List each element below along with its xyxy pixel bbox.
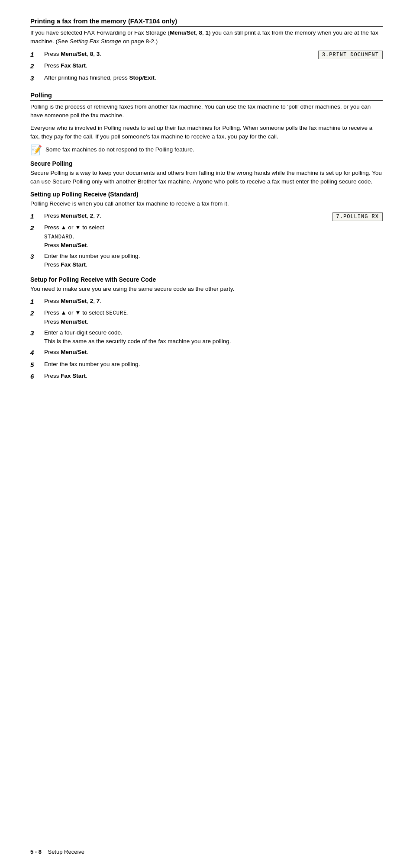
- subsection-polling-receive-standard: Setting up Polling Receive (Standard) Po…: [30, 191, 383, 272]
- steps-list-printing: 1 Press Menu/Set, 8, 3. 2 Press Fax Star…: [30, 50, 310, 84]
- step-content-2: Press Fax Start.: [44, 61, 310, 70]
- lcd-print-document: 3.PRINT DOCUMENT: [318, 51, 383, 59]
- polling-receive-steps-row: 1 Press Menu/Set, 2, 7. 2 Press ▲ or ▼ t…: [30, 212, 383, 272]
- step-pr-content-2: Press ▲ or ▼ to select STANDARD. Press M…: [44, 223, 324, 250]
- section-title-polling: Polling: [30, 91, 383, 101]
- step-pr-content-3: Enter the fax number you are polling. Pr…: [44, 252, 324, 270]
- step-sc-6: 6 Press Fax Start.: [30, 372, 383, 382]
- steps-list-secure-code: 1 Press Menu/Set, 2, 7. 2 Press ▲ or ▼ t…: [30, 297, 383, 382]
- step-sc-content-5: Enter the fax number you are polling.: [44, 360, 383, 369]
- subsection-title-secure-code: Setup for Polling Receive with Secure Co…: [30, 276, 383, 283]
- step-num-2: 2: [30, 61, 42, 71]
- step-content-3: After printing has finished, press Stop/…: [44, 74, 310, 82]
- step-sc-num-5: 5: [30, 360, 42, 370]
- step-sc-num-1: 1: [30, 297, 42, 307]
- lcd-display-polling: 7.POLLING RX: [332, 212, 383, 221]
- polling-note: 📝 Some fax machines do not respond to th…: [30, 145, 383, 156]
- secure-mono: SECURE: [106, 310, 127, 316]
- step-sc-content-2: Press ▲ or ▼ to select SECURE. Press Men…: [44, 309, 383, 326]
- subsection-title-polling-receive: Setting up Polling Receive (Standard): [30, 191, 383, 198]
- polling-receive-steps-left: 1 Press Menu/Set, 2, 7. 2 Press ▲ or ▼ t…: [30, 212, 324, 272]
- step-pr-num-2: 2: [30, 223, 42, 233]
- step-sc-content-1: Press Menu/Set, 2, 7.: [44, 297, 383, 305]
- note-icon: 📝: [30, 145, 42, 156]
- step-sc-num-6: 6: [30, 372, 42, 382]
- step-pr-num-3: 3: [30, 252, 42, 262]
- step-content-1: Press Menu/Set, 8, 3.: [44, 50, 310, 58]
- step-polling-receive-2: 2 Press ▲ or ▼ to select STANDARD. Press…: [30, 223, 324, 250]
- polling-intro-2: Everyone who is involved in Polling need…: [30, 124, 383, 141]
- step-sc-5: 5 Enter the fax number you are polling.: [30, 360, 383, 370]
- subsection-secure-polling: Secure Polling Secure Polling is a way t…: [30, 160, 383, 186]
- step1-printing-row: 1 Press Menu/Set, 8, 3. 2 Press Fax Star…: [30, 50, 383, 86]
- secure-polling-text: Secure Polling is a way to keep your doc…: [30, 169, 383, 186]
- press-menuset-2: Press Menu/Set.: [44, 242, 88, 248]
- step-printing-3: 3 After printing has finished, press Sto…: [30, 74, 310, 84]
- section-printing-fax: Printing a fax from the memory (FAX-T104…: [30, 17, 383, 85]
- step-sc-2: 2 Press ▲ or ▼ to select SECURE. Press M…: [30, 309, 383, 326]
- secure-code-intro: You need to make sure you are using the …: [30, 285, 383, 293]
- steps-list-polling-receive: 1 Press Menu/Set, 2, 7. 2 Press ▲ or ▼ t…: [30, 212, 324, 270]
- subsection-title-secure-polling: Secure Polling: [30, 160, 383, 167]
- step-polling-receive-1: 1 Press Menu/Set, 2, 7.: [30, 212, 324, 222]
- step-sc-num-4: 4: [30, 348, 42, 358]
- step1-printing-left: 1 Press Menu/Set, 8, 3. 2 Press Fax Star…: [30, 50, 310, 86]
- page: Printing a fax from the memory (FAX-T104…: [0, 0, 413, 868]
- step-pr-content-1: Press Menu/Set, 2, 7.: [44, 212, 324, 220]
- section-title-printing: Printing a fax from the memory (FAX-T104…: [30, 17, 383, 27]
- polling-receive-intro: Polling Receive is when you call another…: [30, 199, 383, 208]
- press-menuset-sc: Press Menu/Set.: [44, 318, 88, 325]
- step-sc-content-6: Press Fax Start.: [44, 372, 383, 380]
- press-fax-start-pr: Press Fax Start.: [44, 261, 87, 268]
- step-sc-num-3: 3: [30, 328, 42, 338]
- step-num-3: 3: [30, 74, 42, 84]
- page-footer: 5 - 8 Setup Receive: [30, 849, 84, 855]
- standard-mono: STANDARD: [44, 234, 73, 240]
- subsection-polling-secure-code: Setup for Polling Receive with Secure Co…: [30, 276, 383, 382]
- step-sc-content-4: Press Menu/Set.: [44, 348, 383, 357]
- step-pr-num-1: 1: [30, 212, 42, 222]
- lcd-display-print: 3.PRINT DOCUMENT: [318, 51, 383, 59]
- step-sc-4: 4 Press Menu/Set.: [30, 348, 383, 358]
- step-sc-1: 1 Press Menu/Set, 2, 7.: [30, 297, 383, 307]
- step-printing-2: 2 Press Fax Start.: [30, 61, 310, 71]
- footer-page-ref: 5 - 8: [30, 849, 42, 855]
- step-sc-num-2: 2: [30, 309, 42, 318]
- step-polling-receive-3: 3 Enter the fax number you are polling. …: [30, 252, 324, 270]
- secure-code-note: This is the same as the security code of…: [44, 338, 231, 344]
- lcd-polling-rx: 7.POLLING RX: [332, 212, 383, 221]
- step-sc-3: 3 Enter a four-digit secure code. This i…: [30, 328, 383, 346]
- step-num-1: 1: [30, 50, 42, 60]
- step-sc-content-3: Enter a four-digit secure code. This is …: [44, 328, 383, 346]
- note-text: Some fax machines do not respond to the …: [45, 145, 194, 154]
- section-polling: Polling Polling is the process of retrie…: [30, 91, 383, 382]
- section-intro-text: If you have selected FAX Forwarding or F…: [30, 29, 383, 46]
- step-printing-1: 1 Press Menu/Set, 8, 3.: [30, 50, 310, 60]
- footer-label: Setup Receive: [48, 849, 84, 855]
- polling-intro-1: Polling is the process of retrieving fax…: [30, 103, 383, 120]
